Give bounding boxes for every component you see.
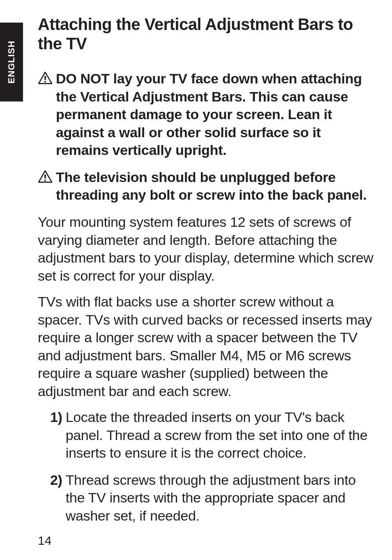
language-tab: ENGLISH (0, 23, 23, 101)
list-item: 2) Thread screws through the adjustment … (50, 471, 376, 525)
list-text: Thread screws through the adjustment bar… (66, 471, 376, 525)
warning-text: DO NOT lay your TV face down when attach… (56, 70, 376, 159)
warning-block: The television should be unplugged befor… (38, 168, 376, 204)
list-number: 2) (50, 471, 62, 525)
svg-rect-2 (44, 175, 46, 179)
page-heading: Attaching the Vertical Adjustment Bars t… (38, 15, 376, 53)
numbered-list: 1) Locate the threaded inserts on your T… (38, 408, 376, 525)
warning-icon (38, 71, 53, 85)
svg-rect-1 (44, 81, 46, 83)
list-item: 1) Locate the threaded inserts on your T… (50, 408, 376, 462)
list-text: Locate the threaded inserts on your TV's… (66, 408, 376, 462)
body-paragraph: Your mounting system features 12 sets of… (38, 213, 376, 285)
svg-rect-0 (44, 76, 46, 80)
language-tab-label: ENGLISH (6, 41, 17, 84)
warning-text: The television should be unplugged befor… (56, 168, 376, 204)
page-content: Attaching the Vertical Adjustment Bars t… (0, 0, 392, 525)
warning-block: DO NOT lay your TV face down when attach… (38, 70, 376, 159)
svg-rect-3 (44, 180, 46, 181)
warning-icon (38, 170, 53, 183)
list-number: 1) (50, 408, 62, 462)
page-number: 14 (38, 534, 51, 548)
body-paragraph: TVs with flat backs use a shorter screw … (38, 293, 376, 400)
